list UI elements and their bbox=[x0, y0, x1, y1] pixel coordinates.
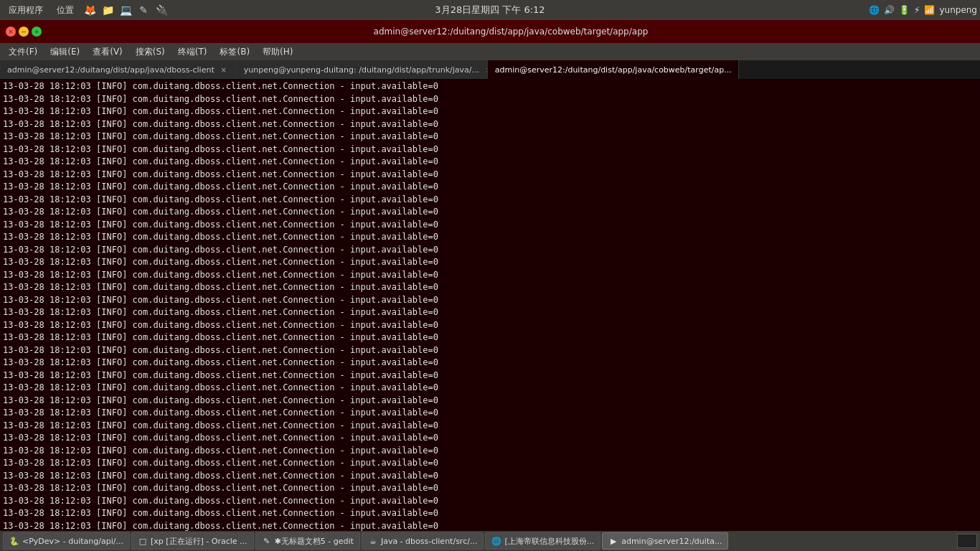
taskbar-gedit-label: ✱无标题文档5 - gedit bbox=[275, 536, 354, 547]
menu-file[interactable]: 文件(F) bbox=[3, 44, 43, 60]
user-name: yunpeng bbox=[939, 5, 977, 15]
log-line: 13-03-28 18:12:03 [INFO] com.duitang.dbo… bbox=[3, 169, 977, 182]
tab-2-label: yunpeng@yunpeng-duitang: /duitang/dist/a… bbox=[244, 65, 479, 75]
log-line: 13-03-28 18:12:03 [INFO] com.duitang.dbo… bbox=[3, 219, 977, 232]
bluetooth-icon[interactable]: ⚡ bbox=[914, 5, 920, 15]
taskbar-item-gedit[interactable]: ✎ ✱无标题文档5 - gedit bbox=[255, 532, 360, 550]
taskbar-oracle-label: [xp [正在运行] - Oracle ... bbox=[151, 536, 248, 547]
log-line: 13-03-28 18:12:03 [INFO] com.duitang.dbo… bbox=[3, 382, 977, 395]
minimize-button[interactable]: − bbox=[19, 27, 29, 37]
menu-tabs[interactable]: 标签(B) bbox=[214, 44, 255, 60]
log-line: 13-03-28 18:12:03 [INFO] com.duitang.dbo… bbox=[3, 432, 977, 445]
app-menu-item[interactable]: 应用程序 bbox=[3, 3, 49, 18]
menu-view[interactable]: 查看(V) bbox=[87, 44, 128, 60]
log-line: 13-03-28 18:12:03 [INFO] com.duitang.dbo… bbox=[3, 269, 977, 282]
taskbar-java-label: Java - dboss-client/src/... bbox=[381, 537, 478, 546]
window-title: admin@server12:/duitang/dist/app/java/co… bbox=[47, 27, 974, 37]
tab-3[interactable]: admin@server12:/duitang/dist/app/java/co… bbox=[488, 60, 739, 79]
menu-edit[interactable]: 编辑(E) bbox=[44, 44, 85, 60]
menu-terminal[interactable]: 终端(T) bbox=[172, 44, 213, 60]
log-line: 13-03-28 18:12:03 [INFO] com.duitang.dbo… bbox=[3, 344, 977, 357]
taskbar-item-terminal[interactable]: ▶ admin@server12:/duita... bbox=[602, 532, 728, 550]
system-menubar: 应用程序 位置 🦊 📁 💻 ✎ 🔌 3月28日星期四 下午 6:12 🌐 🔊 🔋… bbox=[0, 0, 980, 20]
tab-2[interactable]: yunpeng@yunpeng-duitang: /duitang/dist/a… bbox=[237, 60, 488, 79]
tab-1-label: admin@server12:/duitang/dist/app/java/db… bbox=[7, 65, 215, 75]
log-line: 13-03-28 18:12:03 [INFO] com.duitang.dbo… bbox=[3, 495, 977, 508]
taskbar-pydev-label: <PyDev> - duitang/api/... bbox=[22, 537, 123, 546]
log-line: 13-03-28 18:12:03 [INFO] com.duitang.dbo… bbox=[3, 407, 977, 420]
menu-help[interactable]: 帮助(H) bbox=[257, 44, 298, 60]
log-line: 13-03-28 18:12:03 [INFO] com.duitang.dbo… bbox=[3, 520, 977, 532]
log-line: 13-03-28 18:12:03 [INFO] com.duitang.dbo… bbox=[3, 482, 977, 495]
log-line: 13-03-28 18:12:03 [INFO] com.duitang.dbo… bbox=[3, 143, 977, 156]
menu-search[interactable]: 搜索(S) bbox=[130, 44, 171, 60]
tab-3-close[interactable]: × bbox=[736, 65, 739, 75]
log-line: 13-03-28 18:12:03 [INFO] com.duitang.dbo… bbox=[3, 369, 977, 382]
log-line: 13-03-28 18:12:03 [INFO] com.duitang.dbo… bbox=[3, 470, 977, 483]
log-line: 13-03-28 18:12:03 [INFO] com.duitang.dbo… bbox=[3, 244, 977, 257]
browser-icon[interactable]: 🌐 bbox=[869, 5, 880, 15]
app-menubar: 文件(F) 编辑(E) 查看(V) 搜索(S) 终端(T) 标签(B) 帮助(H… bbox=[0, 43, 980, 60]
log-line: 13-03-28 18:12:03 [INFO] com.duitang.dbo… bbox=[3, 294, 977, 307]
log-line: 13-03-28 18:12:03 [INFO] com.duitang.dbo… bbox=[3, 131, 977, 143]
system-tray: 🌐 🔊 🔋 ⚡ 📶 yunpeng bbox=[869, 5, 977, 15]
tab-1-close[interactable]: × bbox=[219, 65, 229, 75]
log-line: 13-03-28 18:12:03 [INFO] com.duitang.dbo… bbox=[3, 306, 977, 319]
taskbar: 🐍 <PyDev> - duitang/api/... □ [xp [正在运行]… bbox=[0, 531, 980, 551]
pos-menu-item[interactable]: 位置 bbox=[51, 3, 80, 18]
log-line: 13-03-28 18:12:03 [INFO] com.duitang.dbo… bbox=[3, 507, 977, 520]
terminal-tabs: admin@server12:/duitang/dist/app/java/db… bbox=[0, 60, 980, 79]
browser-tray-icon: 🌐 bbox=[491, 536, 501, 546]
log-line: 13-03-28 18:12:03 [INFO] com.duitang.dbo… bbox=[3, 231, 977, 244]
log-line: 13-03-28 18:12:03 [INFO] com.duitang.dbo… bbox=[3, 93, 977, 106]
taskbar-item-java[interactable]: ☕ Java - dboss-client/src/... bbox=[362, 532, 484, 550]
system-clock: 3月28日星期四 下午 6:12 bbox=[435, 4, 545, 17]
log-line: 13-03-28 18:12:03 [INFO] com.duitang.dbo… bbox=[3, 194, 977, 207]
log-line: 13-03-28 18:12:03 [INFO] com.duitang.dbo… bbox=[3, 331, 977, 344]
editor-icon[interactable]: ✎ bbox=[136, 2, 151, 18]
log-line: 13-03-28 18:12:03 [INFO] com.duitang.dbo… bbox=[3, 445, 977, 458]
taskbar-item-browser[interactable]: 🌐 [上海帝联信息科技股份... bbox=[485, 532, 600, 550]
taskbar-item-oracle[interactable]: □ [xp [正在运行] - Oracle ... bbox=[131, 532, 254, 550]
log-line: 13-03-28 18:12:03 [INFO] com.duitang.dbo… bbox=[3, 156, 977, 169]
taskbar-terminal-label: admin@server12:/duita... bbox=[621, 537, 722, 546]
window-titlebar: × − + admin@server12:/duitang/dist/app/j… bbox=[0, 20, 980, 43]
firefox-icon[interactable]: 🦊 bbox=[82, 2, 98, 18]
maximize-button[interactable]: + bbox=[32, 27, 42, 37]
log-line: 13-03-28 18:12:03 [INFO] com.duitang.dbo… bbox=[3, 319, 977, 332]
terminal-output[interactable]: 13-03-28 18:12:03 [INFO] com.duitang.dbo… bbox=[0, 79, 980, 531]
oracle-icon: □ bbox=[138, 536, 148, 546]
taskbar-input-box bbox=[957, 534, 977, 548]
close-button[interactable]: × bbox=[6, 27, 16, 37]
terminal-tray-icon: ▶ bbox=[608, 536, 618, 546]
battery-icon[interactable]: 🔋 bbox=[899, 5, 910, 15]
system-menubar-left: 应用程序 位置 🦊 📁 💻 ✎ 🔌 bbox=[3, 2, 169, 18]
terminal-icon[interactable]: 💻 bbox=[118, 2, 133, 18]
log-line: 13-03-28 18:12:03 [INFO] com.duitang.dbo… bbox=[3, 457, 977, 470]
taskbar-right bbox=[957, 534, 977, 548]
java-icon: ☕ bbox=[368, 536, 378, 546]
tab-3-label: admin@server12:/duitang/dist/app/java/co… bbox=[495, 65, 732, 75]
log-line: 13-03-28 18:12:03 [INFO] com.duitang.dbo… bbox=[3, 395, 977, 408]
log-line: 13-03-28 18:12:03 [INFO] com.duitang.dbo… bbox=[3, 105, 977, 118]
log-line: 13-03-28 18:12:03 [INFO] com.duitang.dbo… bbox=[3, 118, 977, 131]
log-line: 13-03-28 18:12:03 [INFO] com.duitang.dbo… bbox=[3, 420, 977, 433]
app-icons: 应用程序 位置 🦊 📁 💻 ✎ 🔌 bbox=[3, 2, 169, 18]
pydev-icon: 🐍 bbox=[9, 536, 19, 546]
usb-icon[interactable]: 🔌 bbox=[154, 2, 169, 18]
log-line: 13-03-28 18:12:03 [INFO] com.duitang.dbo… bbox=[3, 80, 977, 93]
gedit-icon: ✎ bbox=[262, 536, 272, 546]
taskbar-item-pydev[interactable]: 🐍 <PyDev> - duitang/api/... bbox=[3, 532, 130, 550]
taskbar-browser-label: [上海帝联信息科技股份... bbox=[504, 536, 594, 547]
log-line: 13-03-28 18:12:03 [INFO] com.duitang.dbo… bbox=[3, 357, 977, 369]
sound-icon[interactable]: 🔊 bbox=[884, 5, 895, 15]
log-line: 13-03-28 18:12:03 [INFO] com.duitang.dbo… bbox=[3, 256, 977, 269]
tab-1[interactable]: admin@server12:/duitang/dist/app/java/db… bbox=[0, 60, 237, 79]
files-icon[interactable]: 📁 bbox=[100, 2, 116, 18]
window-control-buttons: × − + bbox=[6, 27, 42, 37]
log-line: 13-03-28 18:12:03 [INFO] com.duitang.dbo… bbox=[3, 181, 977, 194]
network-icon[interactable]: 📶 bbox=[924, 5, 935, 15]
log-line: 13-03-28 18:12:03 [INFO] com.duitang.dbo… bbox=[3, 281, 977, 294]
log-line: 13-03-28 18:12:03 [INFO] com.duitang.dbo… bbox=[3, 206, 977, 219]
